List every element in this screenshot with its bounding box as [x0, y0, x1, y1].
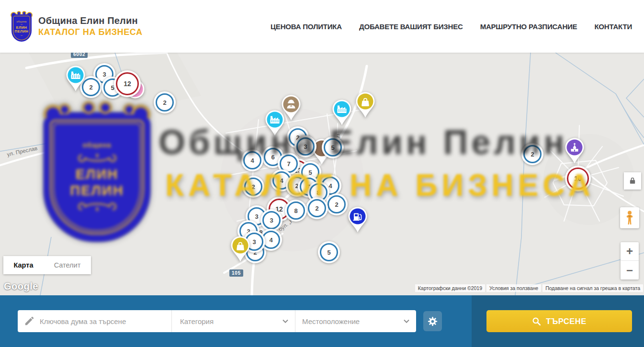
logo-ornament-icon: ∽ — [20, 34, 23, 36]
nav-item-contacts[interactable]: КОНТАКТИ — [594, 22, 632, 31]
fuel-pump-icon — [347, 206, 368, 233]
street-view-pegman-button[interactable] — [620, 207, 639, 228]
chevron-down-icon — [282, 319, 288, 323]
shopping-bag-icon — [230, 235, 251, 262]
map-pin-bag[interactable] — [355, 91, 376, 118]
gear-icon — [427, 316, 438, 327]
shopping-bag-icon — [355, 91, 376, 118]
cluster-count: 12 — [114, 70, 141, 97]
map-type-control: Карта Сателит — [3, 256, 91, 274]
pegman-icon — [624, 210, 635, 225]
zoom-out-button[interactable]: − — [621, 261, 639, 280]
zoom-control: + − — [621, 242, 639, 280]
shield-name: ЕЛИНПЕЛИН — [70, 166, 124, 199]
cluster-count: 5 — [318, 241, 340, 263]
map-cluster[interactable]: 12 — [114, 70, 141, 97]
map-pin-bag[interactable] — [230, 235, 251, 262]
road-number-badge: 6002 — [71, 53, 88, 58]
zoom-in-button[interactable]: + — [621, 242, 639, 261]
watermark-subtitle: КАТАЛОГ НА БИЗНЕСА — [165, 168, 595, 203]
factory-icon — [331, 99, 352, 126]
terms-link[interactable]: Условия за ползване — [486, 284, 541, 292]
map-view-button[interactable]: Карта — [3, 256, 44, 274]
map-pin-worker[interactable] — [281, 94, 302, 121]
search-submit-label: ТЪРСЕНЕ — [546, 317, 586, 326]
map-canvas[interactable]: 6002105ул. Преславбул. „Новоселци“325122… — [0, 53, 644, 295]
satellite-view-button[interactable]: Сателит — [44, 256, 91, 274]
logo-top-word: община — [16, 20, 26, 23]
nav-item-route-schedule[interactable]: МАРШРУТНО РАЗПИСАНИЕ — [480, 22, 577, 31]
watermark-municipality-logo: община ЕЛИНПЕЛИН — [41, 102, 153, 242]
worker-icon — [281, 94, 302, 121]
search-bar: Категория Местоположение — [0, 295, 644, 347]
shield-top-word: община — [83, 141, 112, 149]
cluster-count: 2 — [154, 91, 176, 113]
factory-icon — [65, 65, 86, 92]
logo-name: ЕЛИНПЕЛИН — [15, 26, 29, 34]
search-icon — [532, 317, 541, 326]
street-label: ул. Преслав — [6, 145, 38, 157]
map-cluster[interactable]: 2 — [154, 91, 176, 113]
municipality-logo: община ∽ ЕЛИНПЕЛИН ∽ — [11, 11, 33, 42]
lock-icon — [628, 176, 637, 186]
location-dropdown-label: Местоположение — [302, 317, 404, 325]
lock-button[interactable] — [624, 172, 641, 190]
category-dropdown[interactable]: Категория — [171, 310, 295, 332]
keyword-search-input[interactable] — [40, 317, 171, 325]
nav-item-pricing[interactable]: ЦЕНОВА ПОЛИТИКА — [271, 22, 342, 31]
shield-ornament-icon — [77, 151, 117, 164]
google-logo[interactable]: Google — [4, 281, 38, 292]
report-error-link[interactable]: Подаване на сигнал за грешка в картата — [542, 284, 643, 292]
page: община ∽ ЕЛИНПЕЛИН ∽ Община Елин Пелин К… — [0, 0, 644, 347]
site-title: Община Елин Пелин — [38, 15, 143, 26]
advanced-settings-button[interactable] — [423, 311, 442, 331]
map-pin-fuel[interactable] — [347, 206, 368, 233]
logo-shield: община ∽ ЕЛИНПЕЛИН ∽ — [11, 14, 32, 42]
chevron-down-icon — [404, 319, 409, 323]
main-nav: ЦЕНОВА ПОЛИТИКА ДОБАВЕТЕ ВАШИЯТ БИЗНЕС М… — [271, 22, 632, 31]
road-number-badge: 105 — [229, 269, 243, 277]
search-input-group: Категория Местоположение — [18, 310, 416, 332]
keyword-section — [18, 310, 171, 332]
map-pin-factory[interactable] — [65, 65, 86, 92]
map-attribution: Картографски данни ©2019 Условия за полз… — [415, 284, 643, 292]
site-header: община ∽ ЕЛИНПЕЛИН ∽ Община Елин Пелин К… — [0, 0, 644, 53]
category-dropdown-label: Категория — [180, 317, 282, 325]
nav-item-add-business[interactable]: ДОБАВЕТЕ ВАШИЯТ БИЗНЕС — [359, 22, 463, 31]
search-submit-button[interactable]: ТЪРСЕНЕ — [486, 310, 632, 332]
site-subtitle: КАТАЛОГ НА БИЗНЕСА — [38, 27, 143, 37]
map-cluster[interactable]: 5 — [318, 241, 340, 263]
brand[interactable]: община ∽ ЕЛИНПЕЛИН ∽ Община Елин Пелин К… — [11, 11, 143, 42]
watermark-title: Община Елин Пелин — [158, 123, 568, 162]
map-pin-factory[interactable] — [331, 99, 352, 126]
shield-ornament-icon — [77, 201, 117, 213]
pencil-icon — [24, 316, 34, 326]
attribution-copyright: Картографски данни ©2019 — [415, 284, 485, 292]
location-dropdown[interactable]: Местоположение — [295, 310, 416, 332]
shield-body: община ЕЛИНПЕЛИН — [44, 114, 150, 242]
cluster-count: 3 — [260, 209, 282, 231]
map-cluster[interactable]: 3 — [260, 209, 282, 231]
